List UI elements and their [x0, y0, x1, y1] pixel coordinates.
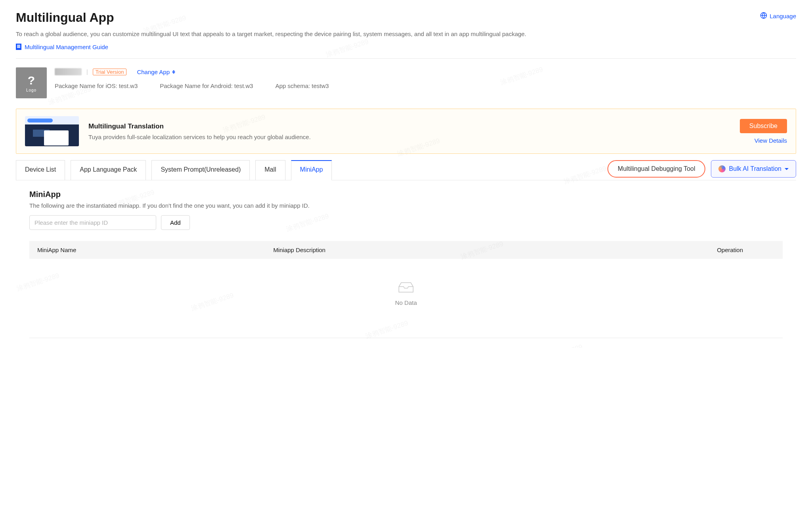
watermark: 涂鸦智能-9289: [325, 37, 370, 59]
column-header-description: Miniapp Description: [273, 247, 568, 253]
android-package-name: Package Name for Android: test.w3: [160, 82, 253, 89]
inbox-icon: [396, 281, 416, 294]
column-header-operation: Operation: [568, 247, 775, 253]
section-title-miniapp: MiniApp: [29, 190, 796, 199]
view-details-link[interactable]: View Details: [755, 137, 787, 144]
page-title: Multilingual App: [16, 10, 114, 26]
app-name-redacted: [55, 68, 82, 75]
app-schema: App schema: testw3: [275, 82, 329, 89]
promo-image: [25, 116, 79, 146]
change-app-label: Change App: [137, 69, 170, 75]
ios-package-name: Package Name for iOS: test.w3: [55, 82, 138, 89]
page-subtitle: To reach a global audience, you can cust…: [16, 29, 781, 39]
globe-icon: [760, 12, 767, 20]
column-header-name: MiniApp Name: [37, 247, 273, 253]
promo-description: Tuya provides full-scale localization se…: [88, 134, 730, 140]
guide-link[interactable]: Multilingual Management Guide: [16, 44, 108, 50]
document-icon: [16, 44, 21, 50]
subscribe-button[interactable]: Subscribe: [740, 119, 787, 133]
sort-icon: [172, 70, 175, 74]
miniapp-table: MiniApp Name Miniapp Description Operati…: [29, 241, 783, 338]
app-logo-placeholder: ? Logo: [16, 67, 47, 98]
app-info-card: ? Logo | Trial Version Change App Packag…: [16, 66, 796, 101]
bulk-ai-translation-button[interactable]: Bulk AI Translation: [711, 160, 796, 178]
add-button[interactable]: Add: [161, 215, 190, 230]
tab-miniapp[interactable]: MiniApp: [291, 160, 332, 180]
separator: |: [86, 69, 88, 75]
no-data-text: No Data: [395, 299, 417, 306]
tab-system-prompt[interactable]: System Prompt(Unreleased): [151, 160, 250, 180]
change-app-link[interactable]: Change App: [137, 69, 175, 75]
multilingual-debugging-tool-button[interactable]: Multilingual Debugging Tool: [607, 160, 705, 178]
empty-state: No Data: [29, 259, 783, 338]
question-mark-icon: ?: [28, 74, 35, 87]
trial-version-badge: Trial Version: [93, 69, 127, 75]
language-label: Language: [770, 13, 796, 19]
tab-app-language-pack[interactable]: App Language Pack: [71, 160, 146, 180]
tabs-row: Device List App Language Pack System Pro…: [16, 160, 796, 180]
table-header: MiniApp Name Miniapp Description Operati…: [29, 241, 783, 259]
tab-device-list[interactable]: Device List: [16, 160, 65, 180]
chevron-down-icon: [785, 168, 789, 170]
guide-link-label: Multilingual Management Guide: [25, 44, 108, 50]
promo-banner: Multilingual Translation Tuya provides f…: [16, 109, 796, 154]
tab-mall[interactable]: Mall: [255, 160, 285, 180]
divider: [16, 58, 796, 59]
promo-title: Multilingual Translation: [88, 122, 730, 130]
miniapp-id-input[interactable]: [29, 215, 156, 230]
language-button[interactable]: Language: [760, 12, 796, 20]
section-description: The following are the instantiated minia…: [29, 202, 796, 209]
watermark: 涂鸦智能-9289: [539, 342, 584, 348]
ai-icon: [718, 165, 726, 172]
bulk-ai-label: Bulk AI Translation: [729, 165, 781, 172]
logo-text: Logo: [26, 88, 36, 92]
